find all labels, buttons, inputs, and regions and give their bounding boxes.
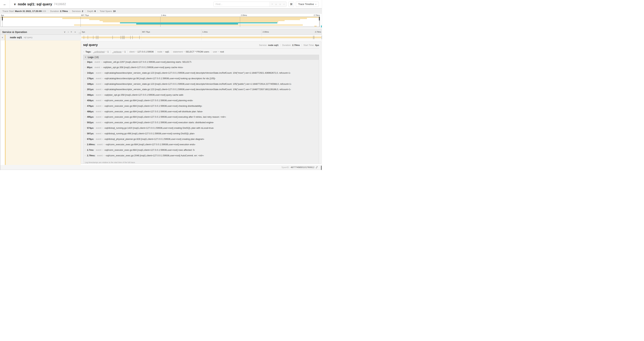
log-field-key: event	[96, 138, 102, 140]
log-marker[interactable]	[139, 36, 140, 39]
next-result-icon[interactable]: ∨	[279, 3, 281, 6]
log-marker[interactable]	[314, 36, 314, 39]
log-timestamp: 678μs:	[87, 138, 94, 140]
expand-all-icon[interactable]: »	[74, 31, 76, 33]
log-field-value: ‹sql/exec_util.go:2297 [nsql1,client=127…	[103, 61, 192, 63]
collapse-one-icon[interactable]: ∨	[64, 31, 66, 33]
log-chevron-icon: ›	[85, 111, 85, 112]
log-row-toggle[interactable]: ›366μs:event=‹sql/plan_opt.go:358 [nsql1…	[83, 94, 319, 99]
log-timestamp: 366μs:	[87, 94, 94, 96]
log-equals: =	[102, 149, 103, 151]
log-field-value: ‹sql/conn_executor_exec.go:684 [nsql1,cl…	[104, 105, 202, 107]
copy-link-icon[interactable]	[316, 166, 318, 169]
logs-accordion-toggle[interactable]: ∨ Logs (18)	[83, 55, 319, 60]
log-field-value: ‹sql/distsql_running.go:498 [nsql1,clien…	[104, 132, 195, 135]
log-chevron-icon: ›	[85, 72, 85, 74]
log-row-toggle[interactable]: ›142μs:event=‹sql/catalog/lease/descript…	[83, 72, 319, 77]
log-chevron-icon: ›	[85, 66, 85, 68]
log-field-key: event	[96, 94, 102, 96]
log-marker[interactable]	[96, 36, 96, 39]
log-marker[interactable]	[124, 36, 124, 39]
log-marker[interactable]	[130, 36, 130, 39]
minimap-tick-label: 1.4ms	[161, 14, 166, 16]
log-field-value: ‹sql/distsql_running.go:1420 [nsql1,clie…	[104, 127, 214, 129]
find-input[interactable]	[214, 2, 270, 7]
collapse-all-icon[interactable]: »	[70, 31, 73, 33]
log-marker[interactable]	[123, 36, 123, 39]
log-marker[interactable]	[97, 36, 97, 39]
span-row-name-cell[interactable]: ∨ node sql1 sql query	[0, 35, 81, 40]
log-field-value: ‹sql/plan_opt.go:358 [nsql1,client=127.0…	[104, 94, 184, 96]
log-row-toggle[interactable]: ›486μs:event=‹sql/conn_executor_exec.go:…	[83, 110, 319, 116]
log-row-toggle[interactable]: ›574μs:event=‹sql/distsql_running.go:142…	[83, 127, 319, 132]
log-row-toggle[interactable]: ›495μs:event=‹sql/conn_executor_exec.go:…	[83, 116, 319, 121]
keyboard-shortcuts-button[interactable]: ⌘	[288, 2, 294, 7]
span-children-chevron-icon[interactable]: ∨	[0, 36, 5, 39]
log-row-toggle[interactable]: ›80μs:event=‹sql/plan_opt.go:358 [nsql1,…	[83, 66, 319, 72]
log-marker[interactable]	[84, 36, 84, 39]
log-row-toggle[interactable]: ›2.7ms:event=‹sql/conn_executor_exec.go:…	[83, 149, 319, 154]
expand-one-icon[interactable]: ›	[68, 31, 69, 33]
column-resize-handle[interactable]	[79, 32, 80, 34]
scrollbar-thumb[interactable]	[321, 166, 322, 170]
back-button[interactable]: ←	[0, 0, 10, 8]
log-field-value: ‹sql/conn_executor_exec.go:684 [nsql1,cl…	[104, 99, 193, 102]
log-marker[interactable]	[124, 36, 124, 39]
span-duration-bar[interactable]	[81, 37, 321, 38]
page-bottom-strip	[0, 170, 322, 170]
log-row-toggle[interactable]: ›476μs:event=‹sql/conn_executor_exec.go:…	[83, 105, 319, 110]
log-row-toggle[interactable]: ›2.79ms:event=‹sql/conn_executor_exec.go…	[83, 154, 319, 160]
tag-separator	[211, 51, 211, 53]
trace-title-group: ∨ node sql1: sql query 7418682	[14, 2, 66, 6]
log-chevron-icon: ›	[85, 116, 85, 118]
prev-result-icon[interactable]: ∧	[275, 3, 277, 6]
logs-list: ›34μs:event=‹sql/exec_util.go:2297 [nsql…	[83, 60, 319, 160]
span-row-node-sql1[interactable]: ∨ node sql1 sql query	[0, 35, 322, 40]
log-field-key: event	[96, 149, 102, 151]
collapse-controls: ∨ › » »	[64, 31, 76, 33]
view-selector-button[interactable]: Trace Timeline ∨	[296, 2, 319, 7]
service-operation-header: Service & Operation ∨ › » »	[0, 29, 81, 35]
timeline-header-row: Service & Operation ∨ › » » 0μs697.75μs1…	[0, 29, 322, 35]
tag-equals: =	[106, 51, 106, 53]
clear-find-icon[interactable]: ×	[284, 3, 285, 6]
collapse-trace-chevron-icon[interactable]: ∨	[14, 3, 16, 6]
tag-value: 1	[107, 51, 108, 53]
right-scrubber-handle[interactable]	[319, 17, 320, 21]
locate-icon[interactable]: ⌖	[272, 3, 273, 6]
log-row-toggle[interactable]: ›2.69ms:event=‹sql/conn_executor_exec.go…	[83, 143, 319, 149]
log-field-key: event	[96, 72, 102, 74]
log-row-toggle[interactable]: ›459μs:event=‹sql/conn_executor_exec.go:…	[83, 99, 319, 105]
meta-separator	[280, 44, 280, 46]
log-field-key: event	[96, 99, 102, 102]
log-row-toggle[interactable]: ›34μs:event=‹sql/exec_util.go:2297 [nsql…	[83, 61, 319, 66]
log-row-toggle[interactable]: ›201μs:event=‹sql/catalog/lease/descript…	[83, 88, 319, 94]
tag-value: root	[220, 51, 224, 53]
timeline-tick-label: 2.09ms	[262, 31, 269, 33]
tags-accordion-toggle[interactable]: › Tags: _unfinished=1_verbose=1client=12…	[83, 49, 319, 55]
log-row-toggle[interactable]: ›502μs:event=‹sql/conn_executor_exec.go:…	[83, 121, 319, 127]
span-service-name: node sql1	[10, 36, 22, 39]
minimap-span	[314, 26, 317, 27]
log-timestamp: 476μs:	[87, 105, 94, 107]
meta-value: node sql1	[268, 44, 278, 47]
log-timestamp: 459μs:	[87, 99, 94, 102]
log-marker[interactable]	[120, 36, 121, 39]
top-bar-actions: ⌖ ∧ ∨ × ⌘ Trace Timeline ∨	[214, 2, 319, 7]
log-row-toggle[interactable]: ›597μs:event=‹sql/distsql_running.go:498…	[83, 132, 319, 138]
span-id-value: 4877749850101760812	[291, 166, 314, 169]
right-edge-teal-fragment	[321, 26, 322, 27]
log-chevron-icon: ›	[85, 100, 85, 101]
log-equals: =	[102, 83, 103, 85]
log-row-toggle[interactable]: ›176μs:event=‹sql/catalog/descs/descript…	[83, 77, 319, 83]
summary-value: 2.79ms	[60, 10, 68, 13]
log-field-value: ‹sql/conn_executor_exec.go:684 [nsql1,cl…	[104, 149, 195, 151]
log-marker[interactable]	[88, 36, 88, 39]
detail-meta: Service:node sql1Duration:2.79msStart Ti…	[259, 44, 319, 47]
log-marker[interactable]	[112, 36, 113, 39]
minimap-canvas[interactable]	[0, 17, 320, 27]
left-scrubber-handle[interactable]	[2, 17, 3, 21]
span-row-timeline-cell[interactable]	[81, 35, 322, 40]
log-row-toggle[interactable]: ›189μs:event=‹sql/catalog/lease/descript…	[83, 83, 319, 88]
log-row-toggle[interactable]: ›678μs:event=‹sql/distsql_physical_plann…	[83, 138, 319, 143]
